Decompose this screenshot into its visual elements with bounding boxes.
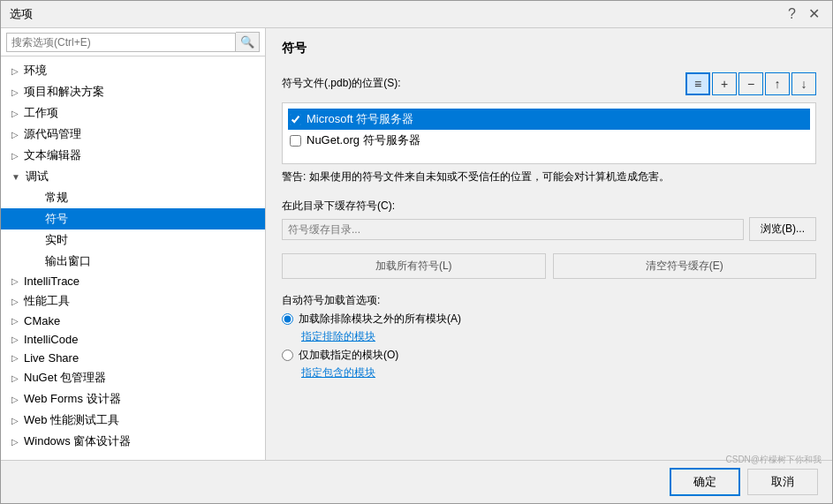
search-button[interactable]: 🔍 [236, 32, 260, 52]
tree-item-debug-symbols[interactable]: 符号 [1, 208, 265, 229]
cancel-button[interactable]: 取消 [747, 469, 818, 495]
tree-item-winforms[interactable]: ▷Windows 窗体设计器 [1, 431, 265, 452]
tree-item-intellicode[interactable]: ▷IntelliCode [1, 330, 265, 349]
toolbar-row: ≡ + − ↑ ↓ [685, 72, 816, 95]
options-dialog: 选项 ? ✕ 🔍 ▷环境▷项目和解决方案▷工作项▷源代码管理▷文本编辑器▼调试常… [0, 0, 833, 504]
tree-arrow-intellitrace: ▷ [11, 276, 19, 286]
tree-arrow-texteditor: ▷ [11, 151, 19, 161]
symbol-server-row-1[interactable]: NuGet.org 符号服务器 [288, 130, 810, 151]
dialog-title: 选项 [10, 6, 33, 22]
symbol-server-row-0[interactable]: Microsoft 符号服务器 [288, 109, 810, 130]
tree-arrow-intellicode: ▷ [11, 335, 19, 344]
tree-item-cmake[interactable]: ▷CMake [1, 312, 265, 330]
warning-text: 警告: 如果使用的符号文件来自未知或不受信任的位置，可能会对计算机造成危害。 [282, 169, 816, 184]
tree-container[interactable]: ▷环境▷项目和解决方案▷工作项▷源代码管理▷文本编辑器▼调试常规符号实时输出窗口… [1, 56, 265, 460]
symbols-location-label: 符号文件(.pdb)的位置(S): [282, 76, 401, 91]
symbol-server-checkbox-0[interactable] [290, 114, 301, 125]
tree-label-intellicode: IntelliCode [24, 333, 78, 346]
tree-label-project: 项目和解决方案 [24, 84, 104, 100]
bottom-bar: 确定 取消 [1, 460, 832, 503]
ok-button[interactable]: 确定 [670, 468, 740, 496]
radio1-input[interactable] [282, 313, 293, 325]
tree-item-perf[interactable]: ▷性能工具 [1, 290, 265, 312]
tree-item-intellitrace[interactable]: ▷IntelliTrace [1, 272, 265, 290]
tree-arrow-sourcecontrol: ▷ [11, 130, 19, 139]
right-panel: 符号 符号文件(.pdb)的位置(S): ≡ + − ↑ ↓ [266, 28, 832, 460]
left-panel: 🔍 ▷环境▷项目和解决方案▷工作项▷源代码管理▷文本编辑器▼调试常规符号实时输出… [1, 28, 266, 460]
tree-label-winforms: Windows 窗体设计器 [24, 433, 131, 449]
action-row: 加载所有符号(L) 清空符号缓存(E) [282, 253, 816, 279]
tree-item-debug-output[interactable]: 输出窗口 [1, 251, 265, 272]
tree-arrow-webperf: ▷ [11, 416, 19, 425]
tree-item-webperf[interactable]: ▷Web 性能测试工具 [1, 410, 265, 431]
tree-label-sourcecontrol: 源代码管理 [24, 126, 81, 142]
tree-label-webperf: Web 性能测试工具 [24, 412, 119, 428]
tree-label-debug-output: 输出窗口 [45, 253, 91, 269]
tree-label-perf: 性能工具 [24, 293, 70, 309]
tree-item-liveshare[interactable]: ▷Live Share [1, 349, 265, 367]
radio1-row: 加载除排除模块之外的所有模块(A) [282, 312, 816, 327]
symbol-server-label-1: NuGet.org 符号服务器 [307, 132, 420, 148]
title-bar: 选项 ? ✕ [1, 1, 832, 28]
search-box: 🔍 [1, 28, 265, 56]
radio2-input[interactable] [282, 350, 293, 361]
radio1-link[interactable]: 指定排除的模块 [301, 329, 816, 344]
browse-button[interactable]: 浏览(B)... [749, 217, 816, 241]
close-button[interactable]: ✕ [805, 7, 823, 21]
clear-cache-btn[interactable]: 清空符号缓存(E) [553, 253, 817, 279]
tree-label-workitems: 工作项 [24, 105, 58, 121]
list-toolbar-btn[interactable]: ≡ [685, 72, 710, 95]
tree-label-env: 环境 [24, 63, 47, 79]
tree-label-cmake: CMake [24, 314, 60, 327]
tree-arrow-perf: ▷ [11, 297, 19, 306]
auto-load-label: 自动符号加载首选项: [282, 293, 816, 308]
tree-label-debug-general: 常规 [45, 190, 68, 206]
remove-toolbar-btn[interactable]: − [738, 72, 763, 95]
cache-input[interactable] [282, 219, 744, 240]
cache-label: 在此目录下缓存符号(C): [282, 199, 816, 214]
radio2-row: 仅加载指定的模块(O) [282, 348, 816, 363]
title-controls: ? ✕ [784, 7, 823, 21]
tree-item-nuget[interactable]: ▷NuGet 包管理器 [1, 367, 265, 388]
tree-label-liveshare: Live Share [24, 351, 79, 365]
help-button[interactable]: ? [784, 7, 799, 21]
symbols-location-section: 符号文件(.pdb)的位置(S): ≡ + − ↑ ↓ Microsoft 符号… [282, 72, 816, 184]
cache-section: 在此目录下缓存符号(C): 浏览(B)... [282, 193, 816, 241]
tree-item-env[interactable]: ▷环境 [1, 60, 265, 81]
tree-arrow-webforms: ▷ [11, 395, 19, 404]
tree-label-debug: 调试 [26, 169, 49, 184]
tree-arrow-nuget: ▷ [11, 373, 19, 383]
tree-label-webforms: Web Forms 设计器 [24, 391, 121, 407]
cache-row: 浏览(B)... [282, 217, 816, 241]
radio2-label: 仅加载指定的模块(O) [299, 348, 398, 363]
tree-item-debug[interactable]: ▼调试 [1, 166, 265, 187]
tree-item-debug-realtime[interactable]: 实时 [1, 229, 265, 251]
section-title: 符号 [282, 41, 816, 56]
add-toolbar-btn[interactable]: + [712, 72, 737, 95]
tree-label-nuget: NuGet 包管理器 [24, 370, 106, 386]
tree-item-workitems[interactable]: ▷工作项 [1, 102, 265, 124]
tree-arrow-cmake: ▷ [11, 316, 19, 326]
search-input[interactable] [6, 33, 236, 52]
symbol-server-checkbox-1[interactable] [290, 135, 301, 147]
tree-item-project[interactable]: ▷项目和解决方案 [1, 81, 265, 102]
load-all-btn[interactable]: 加载所有符号(L) [282, 253, 546, 279]
tree-label-debug-realtime: 实时 [45, 232, 68, 248]
down-toolbar-btn[interactable]: ↓ [791, 72, 816, 95]
tree-arrow-liveshare: ▷ [11, 353, 19, 363]
tree-item-debug-general[interactable]: 常规 [1, 187, 265, 208]
tree-item-webforms[interactable]: ▷Web Forms 设计器 [1, 388, 265, 410]
tree-arrow-workitems: ▷ [11, 109, 19, 118]
dialog-body: 🔍 ▷环境▷项目和解决方案▷工作项▷源代码管理▷文本编辑器▼调试常规符号实时输出… [1, 28, 832, 460]
radio1-label: 加载除排除模块之外的所有模块(A) [299, 312, 461, 327]
symbol-servers-list: Microsoft 符号服务器 NuGet.org 符号服务器 [282, 102, 816, 164]
up-toolbar-btn[interactable]: ↑ [765, 72, 790, 95]
auto-load-section: 自动符号加载首选项: 加载除排除模块之外的所有模块(A) 指定排除的模块 仅加载… [282, 288, 816, 384]
tree-label-intellitrace: IntelliTrace [24, 275, 80, 288]
tree-label-debug-symbols: 符号 [45, 211, 68, 227]
symbol-server-label-0: Microsoft 符号服务器 [307, 111, 413, 127]
tree-item-sourcecontrol[interactable]: ▷源代码管理 [1, 124, 265, 145]
tree-label-texteditor: 文本编辑器 [24, 147, 81, 163]
tree-item-texteditor[interactable]: ▷文本编辑器 [1, 145, 265, 166]
radio2-link[interactable]: 指定包含的模块 [301, 365, 816, 380]
